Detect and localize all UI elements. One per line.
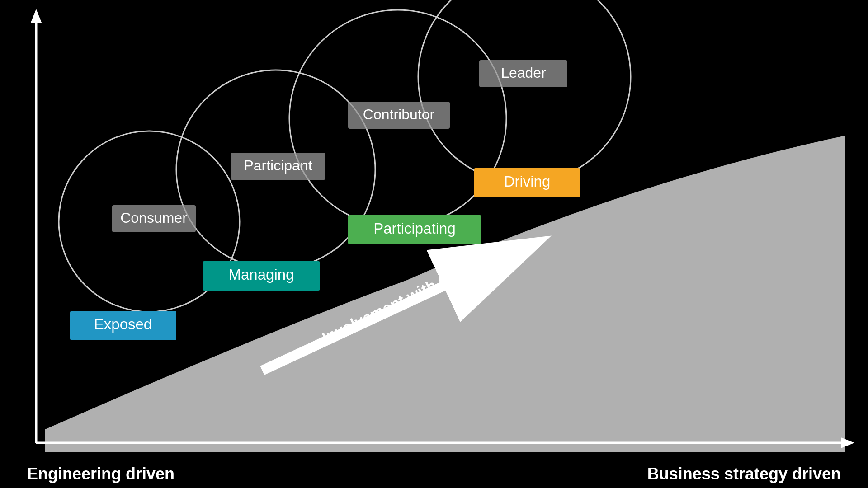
participating-label: Participating — [373, 220, 456, 237]
driving-label: Driving — [504, 173, 551, 190]
axis-labels: Engineering driven Business strategy dri… — [0, 465, 868, 483]
svg-marker-4 — [841, 437, 854, 448]
contributor-label: Contributor — [363, 106, 435, 122]
leader-label: Leader — [501, 65, 546, 81]
chart-container: Involvement with Open Source Consumer Pa… — [0, 0, 868, 488]
x-axis-left-label: Engineering driven — [27, 465, 175, 483]
x-axis-right-label: Business strategy driven — [647, 465, 841, 483]
managing-label: Managing — [229, 266, 294, 283]
leader-circle — [418, 0, 631, 183]
svg-marker-2 — [31, 9, 42, 23]
consumer-label: Consumer — [120, 210, 187, 226]
exposed-label: Exposed — [94, 316, 152, 333]
participant-label: Participant — [244, 157, 312, 174]
